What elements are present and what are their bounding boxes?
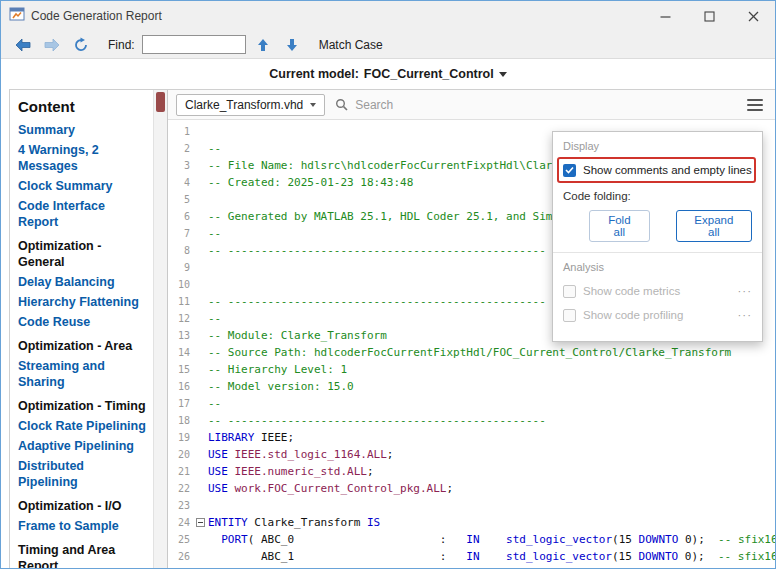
fold-gutter [194, 514, 208, 531]
back-arrow-icon [14, 38, 32, 52]
titlebar: Code Generation Report [1, 1, 775, 31]
code-fold-toggle-icon[interactable] [196, 518, 205, 527]
fold-gutter [194, 225, 208, 242]
fold-gutter [194, 395, 208, 412]
line-number: 21 [168, 463, 194, 480]
line-number: 18 [168, 412, 194, 429]
sidebar-item[interactable]: Summary [18, 122, 147, 138]
code-text: -- [208, 225, 221, 242]
sidebar-item[interactable]: Clock Summary [18, 178, 147, 194]
code-line: 17-- [168, 395, 775, 412]
find-next-button[interactable] [280, 34, 304, 56]
fold-gutter [194, 276, 208, 293]
expand-all-button[interactable]: Expand all [676, 210, 752, 242]
code-text: -- -------------------------------------… [208, 242, 546, 259]
code-toolbar: Clarke_Transform.vhd [168, 90, 775, 120]
fold-gutter [194, 293, 208, 310]
fold-all-button[interactable]: Fold all [589, 210, 650, 242]
current-model-label: Current model: [269, 67, 359, 81]
back-button[interactable] [11, 34, 35, 56]
code-search-input[interactable] [353, 97, 473, 113]
model-selector[interactable]: Current model: FOC_Current_Control [1, 59, 775, 89]
file-selector[interactable]: Clarke_Transform.vhd [176, 94, 325, 116]
fold-gutter [194, 208, 208, 225]
sidebar-item[interactable]: Distributed Pipelining [18, 458, 147, 490]
current-model-name: FOC_Current_Control [364, 67, 494, 81]
match-case-toggle[interactable]: Match Case [319, 38, 383, 52]
line-number: 22 [168, 480, 194, 497]
maximize-button[interactable] [687, 1, 731, 31]
forward-button[interactable] [40, 34, 64, 56]
line-number: 3 [168, 157, 194, 174]
line-number: 23 [168, 497, 194, 514]
contents-sidebar: Content Summary4 Warnings, 2 MessagesClo… [10, 90, 168, 568]
show-comments-label: Show comments and empty lines [583, 164, 752, 176]
fold-gutter [194, 497, 208, 514]
sidebar-section-header: Timing and Area Report [18, 542, 147, 568]
code-line: 22USE work.FOC_Current_Control_pkg.ALL; [168, 480, 775, 497]
code-line: 21USE IEEE.numeric_std.ALL; [168, 463, 775, 480]
show-metrics-label: Show code metrics [583, 285, 680, 297]
menu-button[interactable] [747, 99, 763, 111]
scrollbar-thumb[interactable] [156, 92, 165, 112]
sidebar-item[interactable]: Adaptive Pipelining [18, 438, 147, 454]
sidebar-item[interactable]: Hierarchy Flattening [18, 294, 147, 310]
line-number: 17 [168, 395, 194, 412]
sidebar-item[interactable]: Frame to Sample [18, 518, 147, 534]
code-line: 18-- -----------------------------------… [168, 412, 775, 429]
code-text: ENTITY Clarke_Transform IS [208, 514, 380, 531]
line-number: 7 [168, 225, 194, 242]
app-icon [9, 6, 25, 26]
forward-arrow-icon [43, 38, 61, 52]
sidebar-item[interactable]: Code Interface Report [18, 198, 147, 230]
fold-gutter [194, 123, 208, 140]
fold-gutter [194, 429, 208, 446]
sidebar-scrollbar[interactable] [153, 90, 167, 568]
fold-gutter [194, 242, 208, 259]
sidebar-item[interactable]: Streaming and Sharing [18, 358, 147, 390]
line-number: 6 [168, 208, 194, 225]
line-number: 24 [168, 514, 194, 531]
code-text: -- [208, 395, 221, 412]
refresh-button[interactable] [69, 34, 93, 56]
search-icon [335, 98, 348, 111]
code-line: 16-- Model version: 15.0 [168, 378, 775, 395]
dropdown-caret-icon [499, 72, 507, 77]
sidebar-item[interactable]: Clock Rate Pipelining [18, 418, 147, 434]
close-button[interactable] [731, 1, 775, 31]
find-input[interactable] [142, 35, 246, 54]
hamburger-icon [747, 99, 763, 101]
code-line: 25 PORT( ABC_0 : IN std_logic_vector(15 … [168, 531, 775, 548]
line-number: 26 [168, 548, 194, 565]
more-options-button[interactable]: ··· [738, 309, 753, 321]
search-box[interactable] [335, 97, 473, 113]
sidebar-item[interactable]: Code Reuse [18, 314, 147, 330]
arrow-down-icon [286, 38, 298, 52]
line-number: 1 [168, 123, 194, 140]
fold-gutter [194, 157, 208, 174]
sidebar-item[interactable]: Delay Balancing [18, 274, 147, 290]
fold-gutter [194, 480, 208, 497]
more-options-button[interactable]: ··· [738, 285, 753, 297]
minimize-button[interactable] [643, 1, 687, 31]
checkbox-checked-icon[interactable] [563, 164, 576, 177]
file-name: Clarke_Transform.vhd [185, 98, 303, 112]
sidebar-item[interactable]: 4 Warnings, 2 Messages [18, 142, 147, 174]
fold-gutter [194, 344, 208, 361]
show-code-profiling-option: Show code profiling ··· [563, 305, 752, 325]
line-number: 19 [168, 429, 194, 446]
code-text: PORT( ABC_0 : IN std_logic_vector(15 DOW… [208, 531, 775, 548]
line-number: 20 [168, 446, 194, 463]
fold-gutter [194, 531, 208, 548]
line-number: 5 [168, 191, 194, 208]
line-number: 14 [168, 344, 194, 361]
find-previous-button[interactable] [251, 34, 275, 56]
code-line: 26 ABC_1 : IN std_logic_vector(15 DOWNTO… [168, 548, 775, 565]
code-text: -- File Name: hdlsrc\hdlcoderFocCurrentF… [208, 157, 599, 174]
line-number: 9 [168, 259, 194, 276]
fold-gutter [194, 174, 208, 191]
window-controls [643, 1, 775, 31]
show-comments-option[interactable]: Show comments and empty lines [563, 160, 752, 180]
fold-gutter [194, 259, 208, 276]
line-number: 4 [168, 174, 194, 191]
